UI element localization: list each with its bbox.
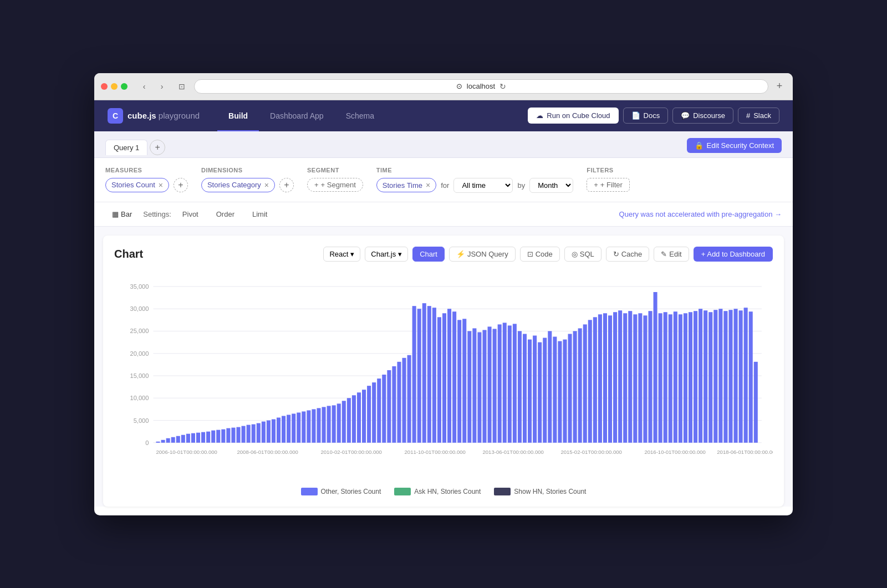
svg-rect-102: [588, 320, 592, 442]
svg-rect-23: [191, 433, 195, 442]
svg-rect-66: [407, 355, 411, 442]
bar-chart-svg: 35,000 30,000 25,000 20,000 15,000 10,00…: [114, 270, 773, 481]
browser-chrome: ‹ › ⊡ ⊙ localhost ↻ +: [94, 73, 793, 100]
nav-tab-schema[interactable]: Schema: [335, 100, 385, 131]
add-segment-button[interactable]: + + Segment: [307, 178, 363, 192]
order-button[interactable]: Order: [210, 208, 241, 221]
svg-rect-72: [437, 317, 441, 443]
svg-rect-120: [679, 314, 682, 443]
dimensions-group: DIMENSIONS Stories Category × +: [201, 167, 294, 192]
favicon-icon: ⊙: [456, 82, 462, 90]
remove-stories-count-button[interactable]: ×: [159, 181, 163, 190]
svg-rect-104: [598, 314, 602, 443]
discourse-icon: 💬: [681, 111, 690, 120]
svg-rect-52: [337, 403, 341, 442]
nav-tab-build[interactable]: Build: [217, 100, 259, 131]
close-dot[interactable]: [101, 83, 108, 90]
limit-button[interactable]: Limit: [246, 208, 274, 221]
stories-count-pill: Stories Count ×: [105, 178, 169, 192]
time-range-select[interactable]: All time Today This week This month: [453, 178, 513, 193]
forward-button[interactable]: ›: [154, 79, 170, 94]
query-tab-1[interactable]: Query 1: [105, 140, 147, 155]
filter-plus-icon: +: [594, 181, 598, 189]
back-button[interactable]: ‹: [136, 79, 152, 94]
edit-security-button[interactable]: 🔒 Edit Security Context: [687, 138, 782, 153]
segment-placeholder: + Segment: [321, 181, 356, 189]
svg-rect-43: [292, 413, 295, 442]
svg-rect-33: [242, 426, 246, 442]
time-granularity-select[interactable]: Month Day Week Year: [529, 178, 573, 193]
for-label: for: [441, 181, 449, 190]
main-content: Query 1 + 🔒 Edit Security Context MEASUR…: [94, 131, 793, 507]
discourse-button[interactable]: 💬 Discourse: [672, 108, 733, 124]
logo-icon: C: [108, 108, 123, 124]
svg-rect-89: [523, 334, 527, 442]
chart-controls: React ▾ Chart.js ▾ Chart ⚡ JSON Query: [323, 247, 773, 262]
remove-stories-category-button[interactable]: ×: [264, 181, 269, 190]
segment-group: SEGMENT + + Segment: [307, 167, 363, 192]
svg-rect-25: [201, 432, 205, 442]
svg-rect-74: [447, 309, 451, 443]
code-tab-button[interactable]: ⊡ Code: [520, 247, 560, 262]
svg-rect-29: [221, 429, 225, 442]
nav-arrows: ‹ ›: [136, 79, 170, 94]
remove-stories-time-button[interactable]: ×: [426, 181, 430, 190]
legend-label-ask: Ask HN, Stories Count: [414, 488, 481, 495]
svg-text:2008-06-01T00:00:00.000: 2008-06-01T00:00:00.000: [237, 448, 298, 454]
svg-rect-93: [543, 338, 547, 442]
svg-rect-71: [432, 308, 436, 443]
edit-tab-button[interactable]: ✎ Edit: [654, 247, 689, 262]
svg-rect-90: [528, 339, 532, 442]
cache-tab-button[interactable]: ↻ Cache: [606, 247, 650, 262]
edit-icon: ✎: [661, 250, 667, 258]
pivot-button[interactable]: Pivot: [176, 208, 205, 221]
svg-rect-75: [452, 311, 456, 443]
sql-tab-button[interactable]: ◎ SQL: [564, 247, 601, 262]
acceleration-link[interactable]: Query was not accelerated with pre-aggre…: [619, 210, 782, 218]
svg-rect-135: [754, 361, 758, 442]
bar-chart-button[interactable]: ▦ Bar: [105, 208, 139, 221]
legend-color-ask: [394, 488, 411, 495]
traffic-lights: [101, 83, 128, 90]
chevron-down-icon: ▾: [350, 250, 354, 258]
svg-rect-107: [613, 312, 617, 443]
svg-rect-108: [618, 310, 622, 443]
run-on-cloud-button[interactable]: ☁ Run on Cube Cloud: [528, 108, 618, 124]
refresh-button[interactable]: ↻: [499, 82, 506, 91]
minimize-dot[interactable]: [111, 83, 118, 90]
legend-item-other: Other, Stories Count: [301, 488, 381, 495]
svg-rect-68: [417, 309, 421, 443]
svg-rect-32: [236, 427, 240, 442]
nav-tab-dashboard[interactable]: Dashboard App: [259, 100, 335, 131]
chart-tab-button[interactable]: Chart: [412, 247, 445, 262]
svg-rect-34: [247, 425, 251, 442]
add-measure-button[interactable]: +: [174, 178, 188, 192]
viz-toolbar: ▦ Bar Settings: Pivot Order Limit Query …: [94, 202, 793, 227]
svg-rect-59: [372, 382, 376, 443]
svg-text:2013-06-01T00:00:00.000: 2013-06-01T00:00:00.000: [482, 448, 543, 454]
docs-button[interactable]: 📄 Docs: [623, 108, 669, 124]
svg-rect-84: [498, 324, 502, 442]
new-tab-button[interactable]: +: [773, 80, 786, 93]
cloud-icon: ☁: [536, 111, 543, 120]
chart-legend: Other, Stories Count Ask HN, Stories Cou…: [114, 488, 773, 495]
segment-plus-icon: +: [314, 181, 319, 189]
address-bar[interactable]: ⊙ localhost ↻: [194, 79, 768, 94]
add-dimension-button[interactable]: +: [279, 178, 294, 192]
slack-button[interactable]: # Slack: [738, 108, 779, 124]
json-query-tab-button[interactable]: ⚡ JSON Query: [449, 247, 516, 262]
app-header: C cube.js playground Build Dashboard App…: [94, 100, 793, 131]
svg-rect-56: [357, 392, 361, 443]
svg-rect-127: [713, 310, 717, 443]
tab-layout-button[interactable]: ⊡: [174, 79, 190, 94]
query-tabs-bar: Query 1 + 🔒 Edit Security Context: [94, 131, 793, 158]
maximize-dot[interactable]: [121, 83, 128, 90]
charting-library-select[interactable]: Chart.js ▾: [365, 247, 408, 262]
svg-rect-94: [548, 331, 552, 442]
lock-icon: 🔒: [695, 141, 704, 150]
add-filter-button[interactable]: + + Filter: [587, 178, 630, 192]
svg-rect-77: [462, 319, 466, 443]
add-to-dashboard-button[interactable]: + Add to Dashboard: [694, 247, 773, 262]
framework-select[interactable]: React ▾: [323, 247, 360, 262]
add-query-button[interactable]: +: [150, 140, 165, 155]
